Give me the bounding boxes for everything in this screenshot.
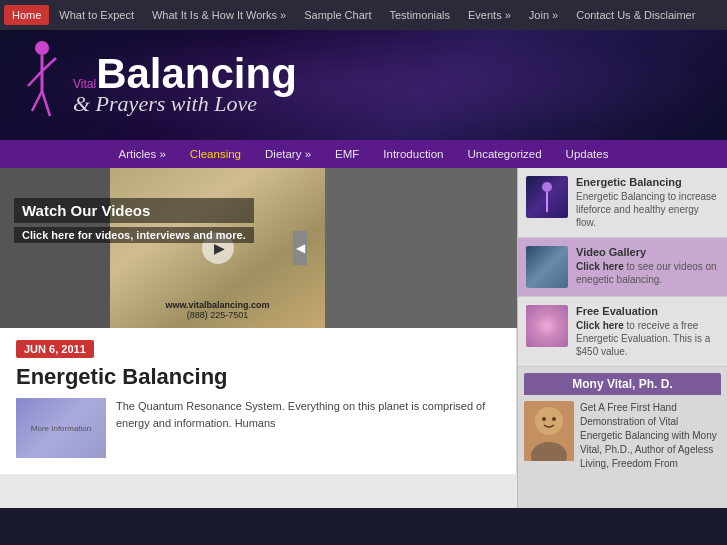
watch-videos-subtitle: Click here for videos, interviews and mo… (14, 227, 254, 243)
nav-what-to-expect[interactable]: What to Expect (51, 5, 142, 25)
logo-vital: Vital (73, 77, 96, 91)
widget-vg-desc: Click here to see our videos on enegetic… (576, 260, 719, 286)
widget-eb-desc: Energetic Balancing to increase lifeforc… (576, 190, 719, 229)
post-content: More Information The Quantum Resonance S… (16, 398, 500, 462)
video-background (325, 168, 517, 328)
nav-sample-chart[interactable]: Sample Chart (296, 5, 379, 25)
video-section: Watch Our Videos Click here for videos, … (0, 168, 517, 328)
video-url-info: www.vitalbalancing.com (888) 225-7501 (165, 300, 269, 320)
video-overlay: Watch Our Videos Click here for videos, … (14, 198, 254, 243)
post-thumbnail[interactable]: More Information (16, 398, 106, 458)
right-sidebar: Energetic Balancing Energetic Balancing … (517, 168, 727, 508)
post-title[interactable]: Energetic Balancing (16, 364, 500, 390)
widget-video-gallery: Video Gallery Click here to see our vide… (518, 238, 727, 297)
logo[interactable]: VitalBalancing & Prayers with Love (20, 36, 297, 135)
nav-what-it-is[interactable]: What It Is & How It Works » (144, 5, 294, 25)
category-navigation: Articles » Cleansing Dietary » EMF Intro… (0, 140, 727, 168)
widget-fe-title[interactable]: Free Evaluation (576, 305, 719, 317)
svg-line-2 (28, 71, 42, 86)
logo-balancing: Balancing (96, 50, 297, 97)
subtitle-post: for videos, interviews and more. (75, 229, 246, 241)
svg-point-6 (542, 182, 552, 192)
widget-eb-text: Energetic Balancing Energetic Balancing … (576, 176, 719, 229)
widget-fe-text: Free Evaluation Click here to receive a … (576, 305, 719, 358)
widget-vg-text: Video Gallery Click here to see our vide… (576, 246, 719, 286)
widget-fe-image (526, 305, 568, 347)
svg-line-5 (42, 91, 50, 116)
video-phone: (888) 225-7501 (165, 310, 269, 320)
nav-events[interactable]: Events » (460, 5, 519, 25)
logo-subtitle: & Prayers with Love (73, 91, 297, 117)
logo-text: VitalBalancing & Prayers with Love (73, 53, 297, 117)
post-date-badge: JUN 6, 2011 (16, 340, 94, 358)
left-content: Watch Our Videos Click here for videos, … (0, 168, 517, 508)
post-image-label: More Information (27, 420, 95, 437)
author-title: Mony Vital, Ph. D. (524, 373, 721, 395)
cat-updates[interactable]: Updates (562, 146, 613, 162)
site-header: VitalBalancing & Prayers with Love (0, 30, 727, 140)
logo-figure (20, 36, 65, 135)
svg-point-12 (542, 417, 546, 421)
cat-uncategorized[interactable]: Uncategorized (463, 146, 545, 162)
cat-introduction[interactable]: Introduction (379, 146, 447, 162)
author-photo (524, 401, 574, 461)
top-navigation: Home What to Expect What It Is & How It … (0, 0, 727, 30)
nav-home[interactable]: Home (4, 5, 49, 25)
widget-eb-image (526, 176, 568, 218)
video-website: www.vitalbalancing.com (165, 300, 269, 310)
svg-point-0 (35, 41, 49, 55)
svg-point-13 (552, 417, 556, 421)
cat-cleansing[interactable]: Cleansing (186, 146, 245, 162)
widget-eb-title[interactable]: Energetic Balancing (576, 176, 719, 188)
widget-fe-click[interactable]: Click here (576, 320, 624, 331)
blog-section: JUN 6, 2011 Energetic Balancing More Inf… (0, 328, 517, 474)
widget-fe-desc: Click here to receive a free Energetic E… (576, 319, 719, 358)
svg-line-4 (32, 91, 42, 111)
widget-free-evaluation: Free Evaluation Click here to receive a … (518, 297, 727, 367)
main-content-area: Watch Our Videos Click here for videos, … (0, 168, 727, 508)
author-box: Mony Vital, Ph. D. Get A Free First Hand… (518, 367, 727, 477)
widget-energetic-balancing: Energetic Balancing Energetic Balancing … (518, 168, 727, 238)
cat-articles[interactable]: Articles » (115, 146, 170, 162)
widget-vg-thumb (526, 246, 568, 288)
svg-line-3 (42, 58, 56, 71)
cat-emf[interactable]: EMF (331, 146, 363, 162)
nav-contact[interactable]: Contact Us & Disclaimer (568, 5, 703, 25)
sidebar-toggle-arrow[interactable]: ◀ (293, 231, 307, 265)
widget-vg-title[interactable]: Video Gallery (576, 246, 719, 258)
widget-fe-thumb (526, 305, 568, 347)
cat-dietary[interactable]: Dietary » (261, 146, 315, 162)
widget-vg-image (526, 246, 568, 288)
nav-testimonials[interactable]: Testimonials (381, 5, 458, 25)
widget-eb-thumb (526, 176, 568, 218)
author-content: Get A Free First Hand Demonstration of V… (524, 401, 721, 471)
watch-videos-title: Watch Our Videos (14, 198, 254, 223)
author-bio: Get A Free First Hand Demonstration of V… (580, 401, 721, 471)
nav-join[interactable]: Join » (521, 5, 566, 25)
click-here-videos[interactable]: Click here (22, 229, 75, 241)
widget-vg-click[interactable]: Click here (576, 261, 624, 272)
svg-point-11 (538, 410, 560, 432)
